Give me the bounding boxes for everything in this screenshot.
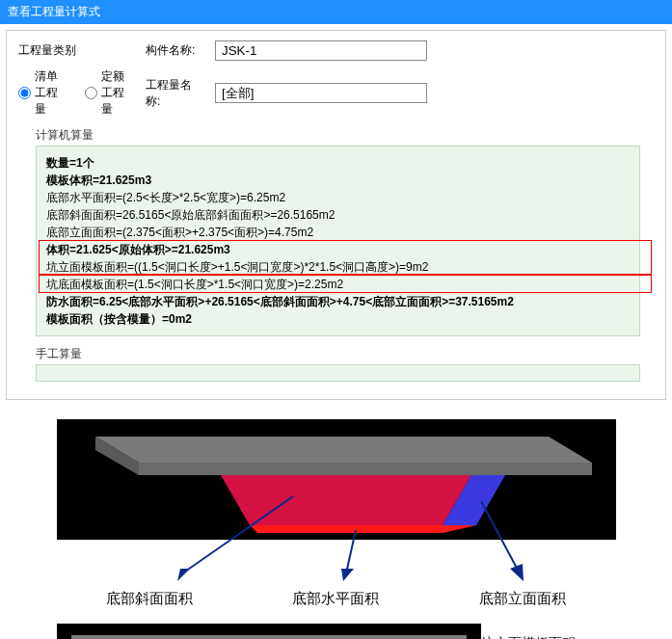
radio-bill-input[interactable] xyxy=(18,87,31,99)
calc-line: 坑立面模板面积=((1.5<洞口长度>+1.5<洞口宽度>)*2*1.5<洞口高… xyxy=(46,258,630,276)
window-title: 查看工程量计算式 xyxy=(8,5,100,18)
radio-quota-label: 定额工程量 xyxy=(101,68,134,118)
svg-marker-1 xyxy=(95,437,592,463)
diagram-1-svg xyxy=(57,419,616,583)
diagram2-label-wall: 坑立面模板面积 xyxy=(481,635,616,639)
radio-quota-qty[interactable]: 定额工程量 xyxy=(85,68,134,118)
radio-bill-label: 清单工程量 xyxy=(35,68,67,118)
section-manual-calc: 手工算量 xyxy=(36,346,648,362)
svg-marker-4 xyxy=(221,475,471,525)
calc-result-box: 数量=1个 模板体积=21.625m3 底部水平面积=(2.5<长度>*2.5<… xyxy=(36,146,640,336)
diagram-2-arrows xyxy=(308,624,471,639)
component-name-label: 构件名称: xyxy=(146,42,203,59)
project-name-label: 工程量名称: xyxy=(146,77,203,110)
diagrams-container: 底部斜面面积 底部水平面积 底部立面面积 坑立面模板面积 xyxy=(0,406,672,639)
category-label: 工程量类别 xyxy=(18,42,134,59)
svg-marker-10 xyxy=(341,569,354,581)
calc-line: 数量=1个 xyxy=(46,154,630,172)
calc-line: 模板面积（按含模量）=0m2 xyxy=(46,310,630,328)
form-panel: 工程量类别 构件名称: 清单工程量 定额工程量 工程量名称: 计算机算量 数量=… xyxy=(6,30,666,400)
calc-line: 底部立面面积=(2.375<面积>+2.375<面积>)=4.75m2 xyxy=(46,224,630,241)
section-computer-calc: 计算机算量 xyxy=(36,127,648,144)
diagram1-label-slope: 底部斜面面积 xyxy=(106,590,193,608)
diagram-1: 底部斜面面积 底部水平面积 底部立面面积 xyxy=(57,419,616,608)
calc-line: 模板体积=21.625m3 xyxy=(46,172,630,189)
calc-line: 防水面积=6.25<底部水平面积>+26.5165<底部斜面面积>+4.75<底… xyxy=(46,293,630,310)
diagram1-label-vertical: 底部立面面积 xyxy=(479,590,566,608)
project-name-input[interactable] xyxy=(215,83,427,103)
radio-bill-qty[interactable]: 清单工程量 xyxy=(18,68,67,118)
svg-marker-6 xyxy=(250,525,476,533)
calc-line: 体积=21.625<原始体积>=21.625m3 xyxy=(46,241,630,258)
calc-line: 底部水平面积=(2.5<长度>*2.5<宽度>)=6.25m2 xyxy=(46,189,630,206)
radio-quota-input[interactable] xyxy=(85,87,97,99)
calc-line: 底部斜面面积=26.5165<原始底部斜面面积>=26.5165m2 xyxy=(46,206,630,224)
component-name-input[interactable] xyxy=(215,40,427,61)
manual-calc-box xyxy=(36,364,640,382)
svg-marker-12 xyxy=(510,564,524,581)
calc-line: 坑底面模板面积=(1.5<洞口长度>*1.5<洞口宽度>)=2.25m2 xyxy=(46,276,630,293)
diagram-2: 坑立面模板面积 坑底面模板面积 涂料在线 Coatingol.com xyxy=(57,624,481,639)
diagram1-label-horizontal: 底部水平面积 xyxy=(292,590,379,608)
window-title-bar: 查看工程量计算式 xyxy=(0,0,672,24)
svg-marker-3 xyxy=(139,463,592,475)
